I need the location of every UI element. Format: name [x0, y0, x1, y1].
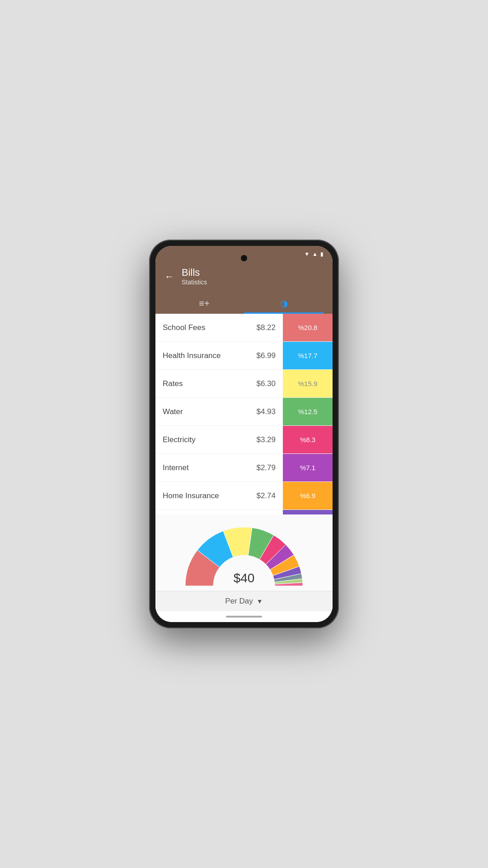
semichart-wrapper: $40: [176, 519, 312, 589]
content-area: School Fees $8.22 %20.8 Health Insurance…: [155, 314, 333, 611]
bill-row[interactable]: Rates $6.30 %15.9: [155, 370, 333, 398]
status-bar: ▼ ▲ ▮: [155, 246, 333, 262]
period-label: Per Day: [225, 597, 253, 606]
bill-percent-bar: %7.1: [283, 454, 333, 481]
phone-screen: ▼ ▲ ▮ ← Bills Statistics ≡+ ◑: [155, 246, 333, 622]
bill-info: School Fees $8.22: [155, 314, 283, 341]
bill-name: Internet: [163, 463, 189, 472]
page-subtitle: Statistics: [182, 278, 207, 286]
bill-amount: $2.74: [256, 491, 276, 500]
bill-info: Health Insurance $6.99: [155, 342, 283, 369]
chart-pie-icon: ◑: [280, 298, 288, 309]
bill-row[interactable]: School Fees $8.22 %20.8: [155, 314, 333, 342]
status-icons: ▼ ▲ ▮: [304, 251, 324, 257]
bill-percent-bar: %20.8: [283, 314, 333, 341]
bill-info: Electricity $3.29: [155, 426, 283, 453]
header-top: ← Bills Statistics: [164, 267, 324, 286]
bill-name: Health Insurance: [163, 351, 221, 360]
bill-row[interactable]: Health Insurance $6.99 %17.7: [155, 342, 333, 370]
dropdown-arrow-icon: ▼: [257, 598, 263, 605]
chart-total: $40: [234, 571, 255, 585]
bill-name: Electricity: [163, 435, 196, 444]
home-bar: [226, 616, 262, 618]
bill-amount: $4.93: [256, 407, 276, 416]
bill-info: Rates $6.30: [155, 370, 283, 397]
bill-percent-bar: %4.1: [283, 510, 333, 514]
signal-icon: ▲: [312, 251, 318, 257]
app-header: ← Bills Statistics ≡+ ◑: [155, 262, 333, 314]
bill-info: Water $4.93: [155, 398, 283, 425]
bill-amount: $8.22: [256, 323, 276, 332]
bill-row[interactable]: Water $4.93 %12.5: [155, 398, 333, 426]
tab-list[interactable]: ≡+: [164, 293, 244, 314]
bill-percent-bar: %17.7: [283, 342, 333, 369]
camera-notch: [241, 255, 247, 261]
bill-amount: $3.29: [256, 435, 276, 444]
tab-bar: ≡+ ◑: [164, 293, 324, 314]
bill-name: Home Insurance: [163, 491, 219, 500]
phone-frame: ▼ ▲ ▮ ← Bills Statistics ≡+ ◑: [149, 240, 339, 628]
period-selector[interactable]: Per Day ▼: [155, 591, 333, 611]
wifi-icon: ▼: [304, 251, 310, 257]
page-title: Bills: [182, 267, 207, 278]
tab-chart[interactable]: ◑: [244, 293, 324, 314]
bill-amount: $6.99: [256, 351, 276, 360]
bill-list: School Fees $8.22 %20.8 Health Insurance…: [155, 314, 333, 514]
bill-name: Rates: [163, 379, 183, 388]
home-indicator: [155, 611, 333, 622]
list-add-icon: ≡+: [199, 298, 209, 309]
header-title-group: Bills Statistics: [182, 267, 207, 286]
bill-percent-bar: %12.5: [283, 398, 333, 425]
bill-amount: $2.79: [256, 463, 276, 472]
bill-info: Car Insurance $1.64: [155, 510, 283, 514]
bill-name: Water: [163, 407, 183, 416]
bill-info: Internet $2.79: [155, 454, 283, 481]
bill-info: Home Insurance $2.74: [155, 482, 283, 509]
bill-row[interactable]: Electricity $3.29 %8.3: [155, 426, 333, 454]
bill-name: School Fees: [163, 323, 206, 332]
bill-row[interactable]: Internet $2.79 %7.1: [155, 454, 333, 482]
bill-percent-bar: %15.9: [283, 370, 333, 397]
battery-icon: ▮: [320, 251, 324, 257]
bill-row[interactable]: Home Insurance $2.74 %6.9: [155, 482, 333, 510]
bill-percent-bar: %8.3: [283, 426, 333, 453]
chart-container: $40: [155, 514, 333, 591]
bill-percent-bar: %6.9: [283, 482, 333, 509]
bill-row[interactable]: Car Insurance $1.64 %4.1: [155, 510, 333, 514]
bill-amount: $6.30: [256, 379, 276, 388]
back-button[interactable]: ←: [164, 272, 174, 282]
